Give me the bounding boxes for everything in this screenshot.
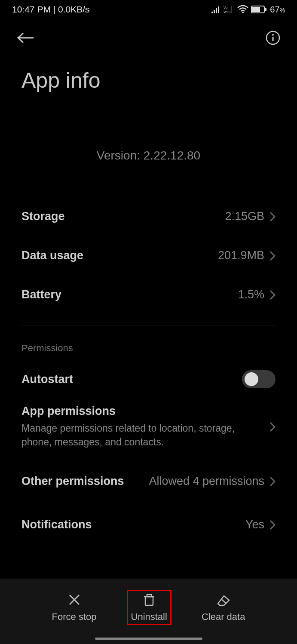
svg-point-7 [242,12,244,13]
chevron-right-icon [269,520,276,530]
app-version: Version: 2.22.12.80 [97,149,200,162]
notifications-value: Yes [245,518,264,531]
data-usage-value: 201.9MB [218,249,264,262]
info-button[interactable] [265,30,281,47]
notifications-row[interactable]: Notifications Yes [21,501,276,544]
svg-rect-0 [211,12,213,13]
other-permissions-label: Other permissions [21,475,124,488]
other-permissions-row[interactable]: Other permissions Allowed 4 permissions [21,462,276,501]
status-bar: 10:47 PM | 0.0KB/s Vo WiFi 67% [0,0,297,18]
chevron-right-icon [269,422,276,432]
svg-rect-10 [265,8,266,11]
app-permissions-row[interactable]: App permissions Manage permissions relat… [21,396,276,462]
svg-line-20 [221,599,226,603]
svg-rect-3 [218,6,219,13]
divider [21,325,276,325]
battery-percentage: 67% [270,5,285,15]
data-usage-label: Data usage [21,249,83,262]
chevron-right-icon [269,251,276,261]
force-stop-button[interactable]: Force stop [48,590,101,625]
data-usage-row[interactable]: Data usage 201.9MB [21,236,276,275]
battery-value: 1.5% [238,288,264,301]
status-icons: Vo WiFi 67% [211,5,285,15]
svg-rect-9 [252,7,260,12]
back-button[interactable] [16,31,35,46]
app-permissions-subtitle: Manage permissions related to location, … [21,421,261,449]
svg-rect-1 [214,10,215,13]
storage-value: 2.15GB [225,210,264,223]
autostart-label: Autostart [21,373,73,386]
autostart-toggle[interactable] [242,370,276,388]
chevron-right-icon [269,212,276,222]
battery-row[interactable]: Battery 1.5% [21,275,276,314]
force-stop-label: Force stop [52,611,97,623]
svg-text:WiFi: WiFi [224,10,230,14]
header [0,18,297,56]
svg-rect-2 [216,8,217,13]
battery-icon [251,6,267,13]
permissions-section-label: Permissions [21,338,276,362]
app-version-row: Version: 2.22.12.80 [0,110,297,180]
battery-label: Battery [21,288,61,301]
eraser-icon [215,592,232,607]
clear-data-label: Clear data [202,611,245,623]
home-indicator[interactable] [95,638,202,640]
trash-icon [142,592,156,607]
chevron-right-icon [269,290,276,300]
signal-icon [211,6,221,13]
wifi-icon [237,5,248,14]
toggle-knob [245,372,258,386]
autostart-row: Autostart [21,362,276,396]
status-time-data: 10:47 PM | 0.0KB/s [12,4,90,15]
bottom-action-bar: Force stop Uninstall Clear data [0,579,297,644]
storage-row[interactable]: Storage 2.15GB [21,197,276,236]
info-icon [265,30,281,46]
svg-rect-19 [147,595,151,597]
arrow-left-icon [16,31,35,44]
clear-data-button[interactable]: Clear data [197,590,250,625]
svg-text:Vo: Vo [224,6,228,9]
storage-label: Storage [21,210,65,223]
notifications-label: Notifications [21,518,92,531]
uninstall-button[interactable]: Uninstall [127,590,171,625]
app-permissions-label: App permissions [21,405,261,418]
svg-point-13 [272,34,274,36]
page-title: App info [0,56,297,110]
other-permissions-value: Allowed 4 permissions [149,475,264,488]
uninstall-label: Uninstall [131,611,167,623]
vowifi-icon: Vo WiFi [224,5,235,14]
svg-rect-17 [145,597,153,605]
chevron-right-icon [269,476,276,487]
close-icon [67,592,82,607]
